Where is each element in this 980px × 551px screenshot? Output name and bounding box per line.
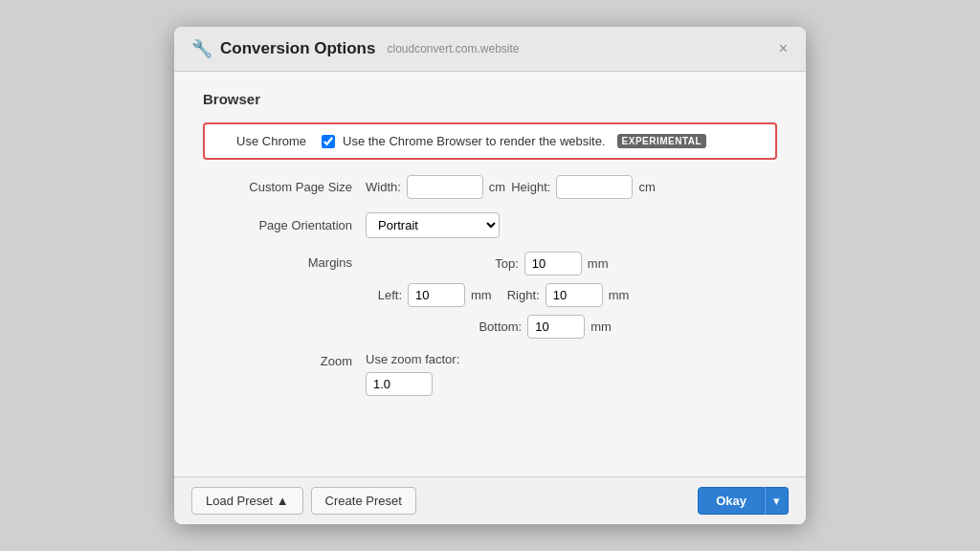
zoom-label: Zoom [203,352,366,368]
dialog-body: Browser Use Chrome Use the Chrome Browse… [174,72,806,476]
page-orientation-row: Page Orientation Portrait Landscape [203,212,777,238]
margin-left-right-row: Left: mm Right: mm [366,283,629,307]
bottom-margin-input[interactable] [527,315,585,339]
margins-block: Top: mm Left: mm Right: mm Bottom: [366,252,629,339]
dialog-subtitle: cloudconvert.com.website [387,42,519,55]
okay-dropdown-button[interactable]: ▾ [765,487,789,515]
bottom-margin-label: Bottom: [479,320,522,334]
page-orientation-controls: Portrait Landscape [366,212,500,238]
zoom-row: Zoom Use zoom factor: [203,352,777,396]
page-orientation-select[interactable]: Portrait Landscape [366,212,500,238]
footer-left: Load Preset ▲ Create Preset [191,487,416,515]
close-button[interactable]: × [774,39,792,58]
dialog-title: Conversion Options [220,39,375,58]
load-preset-button[interactable]: Load Preset ▲ [191,487,303,515]
right-margin-label: Right: [498,288,540,302]
margin-top-row: Top: mm [461,252,629,276]
experimental-badge: EXPERIMENTAL [617,134,707,148]
dialog-footer: Load Preset ▲ Create Preset Okay ▾ [174,476,806,524]
zoom-sub-label: Use zoom factor: [366,352,459,366]
left-margin-input[interactable] [408,283,465,307]
custom-page-size-row: Custom Page Size Width: cm Height: cm [203,175,777,199]
margins-row: Margins Top: mm Left: mm Right: mm [203,252,777,339]
okay-button[interactable]: Okay [698,487,765,515]
height-label-text: Height: [511,180,550,194]
use-chrome-checkbox[interactable] [322,135,335,148]
dialog-header: 🔧 Conversion Options cloudconvert.com.we… [174,27,806,72]
height-input[interactable] [556,175,633,199]
create-preset-button[interactable]: Create Preset [311,487,416,515]
chrome-description: Use the Chrome Browser to render the web… [343,134,606,148]
page-orientation-label: Page Orientation [203,218,366,232]
left-margin-label: Left: [366,288,402,302]
top-margin-input[interactable] [524,252,582,276]
use-chrome-label: Use Chrome [220,134,306,148]
conversion-options-dialog: 🔧 Conversion Options cloudconvert.com.we… [174,27,806,524]
right-margin-unit: mm [609,288,630,302]
right-margin-input[interactable] [546,283,603,307]
custom-page-size-label: Custom Page Size [203,180,366,194]
zoom-controls: Use zoom factor: [366,352,459,396]
top-margin-label: Top: [482,256,519,271]
zoom-input[interactable] [366,372,433,396]
custom-page-size-controls: Width: cm Height: cm [366,175,656,199]
bottom-margin-unit: mm [590,320,612,334]
width-label-text: Width: [366,180,401,194]
width-unit: cm [489,180,505,194]
margin-bottom-row: Bottom: mm [461,315,629,339]
wrench-icon: 🔧 [191,38,212,59]
use-chrome-row: Use Chrome Use the Chrome Browser to ren… [203,122,777,160]
margins-label: Margins [203,252,366,270]
width-input[interactable] [407,175,483,199]
height-unit: cm [638,180,655,194]
left-margin-unit: mm [471,288,492,302]
top-margin-unit: mm [588,256,609,271]
section-browser-title: Browser [203,91,777,107]
okay-group: Okay ▾ [698,487,789,515]
